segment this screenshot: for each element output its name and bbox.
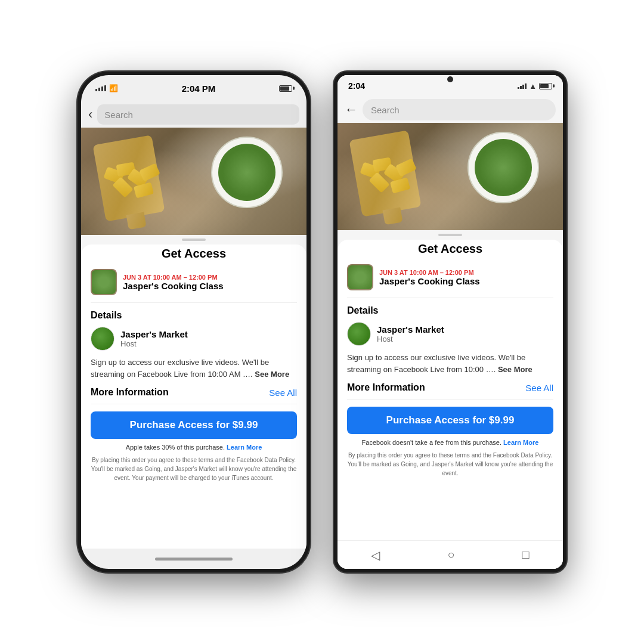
iphone-status-right — [279, 85, 292, 92]
event-description: Sign up to access our exclusive live vid… — [91, 357, 297, 380]
iphone-time: 2:04 PM — [182, 83, 216, 94]
android-plate-food — [475, 139, 532, 196]
android-event-info: JUN 3 AT 10:00 AM – 12:00 PM Jasper's Co… — [379, 269, 553, 286]
battery-fill — [280, 86, 289, 91]
android-chips-area — [361, 159, 433, 206]
learn-more-link[interactable]: Learn More — [227, 444, 262, 451]
android-event-name: Jasper's Cooking Class — [379, 276, 553, 286]
more-info-row: More Information See All — [91, 387, 297, 404]
sheet-drag-handle — [182, 239, 206, 241]
host-subtitle: Host — [120, 339, 188, 348]
android-host-name: Jasper's Market — [377, 324, 444, 335]
android-battery-fill — [540, 84, 549, 88]
event-name: Jasper's Cooking Class — [123, 281, 297, 291]
android-status-icons: ▲ — [518, 82, 552, 91]
android-learn-more-link[interactable]: Learn More — [503, 439, 538, 446]
iphone-screen: 📶 2:04 PM ‹ Search — [81, 75, 306, 569]
front-camera — [447, 76, 453, 82]
event-details: JUN 3 AT 10:00 AM – 12:00 PM Jasper's Co… — [123, 274, 297, 291]
android-sheet-title: Get Access — [347, 242, 553, 256]
chip-4 — [139, 163, 160, 182]
event-thumb-food — [92, 270, 116, 294]
android-event-thumb — [347, 264, 373, 290]
event-info-row: JUN 3 AT 10:00 AM – 12:00 PM Jasper's Co… — [91, 269, 297, 303]
host-info: Jasper's Market Host — [120, 329, 188, 348]
android-purchase-button[interactable]: Purchase Access for $9.99 — [347, 407, 553, 434]
food-plate — [211, 137, 283, 208]
facebook-fee-note: Facebook doesn't take a fee from this pu… — [347, 439, 553, 446]
iphone-nav-bar: ‹ Search — [81, 101, 306, 128]
signal-bar-2 — [98, 88, 100, 91]
android-bottom-nav: ◁ ○ □ — [338, 540, 563, 569]
android-search-bar[interactable]: Search — [363, 99, 556, 120]
details-section-label: Details — [91, 310, 297, 321]
android-details-label: Details — [347, 305, 553, 316]
iphone-status-bar: 📶 2:04 PM — [81, 75, 306, 101]
android-nav-bar: ← Search — [338, 97, 563, 123]
event-hero-image — [81, 128, 306, 235]
signal-bar-3 — [101, 86, 103, 91]
android-see-more[interactable]: See More — [498, 365, 532, 374]
see-more-link[interactable]: See More — [255, 370, 289, 379]
android-thumb-food — [348, 265, 372, 289]
signal-bar-4 — [104, 85, 106, 91]
host-row: Jasper's Market Host — [91, 327, 297, 351]
android-app-screen: ← Search — [338, 97, 563, 540]
android-plate — [467, 132, 539, 203]
host-name: Jasper's Market — [120, 329, 188, 339]
home-indicator — [155, 558, 233, 561]
android-time: 2:04 — [348, 81, 365, 91]
board-handle — [126, 212, 147, 230]
see-all-link[interactable]: See All — [269, 388, 297, 398]
apple-fee-note: Apple takes 30% of this purchase. Learn … — [91, 444, 297, 451]
wifi-icon: 📶 — [109, 84, 118, 92]
purchase-button[interactable]: Purchase Access for $9.99 — [91, 411, 297, 439]
android-disclaimer: By placing this order you agree to these… — [347, 451, 553, 478]
android-nav-back[interactable]: ◁ — [371, 548, 380, 562]
back-button[interactable]: ‹ — [88, 107, 92, 122]
signal-bars — [95, 85, 106, 91]
android-nav-recent[interactable]: □ — [522, 548, 529, 562]
android-screen: 2:04 ▲ ← Search — [338, 75, 563, 569]
android-search-placeholder: Search — [371, 105, 400, 115]
android-host-subtitle: Host — [377, 335, 444, 343]
android-host-avatar — [347, 322, 371, 346]
android-battery — [539, 83, 552, 89]
sheet-title: Get Access — [91, 247, 297, 261]
android-wifi-icon: ▲ — [529, 82, 537, 91]
android-board-handle — [383, 207, 403, 225]
search-placeholder: Search — [104, 110, 133, 120]
plate-food — [218, 144, 275, 201]
android-event-date: JUN 3 AT 10:00 AM – 12:00 PM — [379, 269, 553, 276]
android-see-all-link[interactable]: See All — [525, 383, 553, 393]
iphone-app-screen: ‹ Search — [81, 101, 306, 549]
iphone-device: 📶 2:04 PM ‹ Search — [78, 72, 310, 572]
disclaimer-text: By placing this order you agree to these… — [91, 456, 297, 482]
android-get-access-sheet: Get Access JUN 3 AT 10:00 AM – 12:00 PM … — [338, 240, 563, 540]
android-sheet-handle — [438, 234, 462, 236]
android-more-info-label: More Information — [347, 382, 425, 393]
signal-area: 📶 — [95, 84, 118, 92]
search-bar[interactable]: Search — [97, 104, 299, 125]
iphone-home-area — [81, 549, 306, 569]
event-date: JUN 3 AT 10:00 AM – 12:00 PM — [123, 274, 297, 281]
android-more-info-row: More Information See All — [347, 382, 553, 400]
signal-bar-1 — [95, 89, 97, 91]
host-avatar — [91, 327, 114, 351]
android-host-info: Jasper's Market Host — [377, 324, 444, 343]
android-signal — [518, 83, 527, 89]
more-info-label: More Information — [91, 387, 169, 398]
android-host-row: Jasper's Market Host — [347, 322, 553, 346]
android-nav-home[interactable]: ○ — [447, 548, 454, 562]
android-event-row: JUN 3 AT 10:00 AM – 12:00 PM Jasper's Co… — [347, 264, 553, 298]
android-device: 2:04 ▲ ← Search — [334, 72, 566, 572]
android-back-button[interactable]: ← — [345, 102, 358, 117]
battery-icon — [279, 85, 292, 92]
event-thumbnail — [91, 269, 117, 295]
android-event-hero — [338, 123, 563, 230]
android-description: Sign up to access our exclusive live vid… — [347, 352, 553, 375]
get-access-sheet: Get Access JUN 3 AT 10:00 AM – 12:00 PM … — [81, 244, 306, 549]
chips-area — [105, 163, 177, 211]
